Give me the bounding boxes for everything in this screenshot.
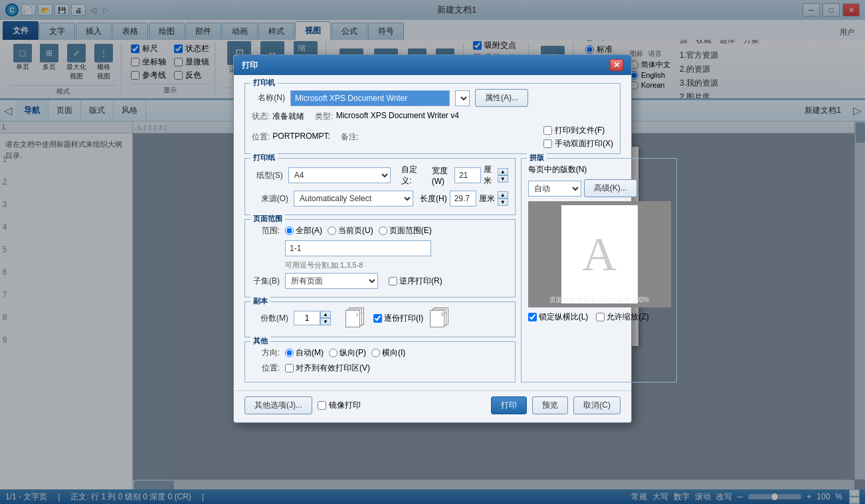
portrait-text: 纵向(P) <box>339 347 366 359</box>
copies-section: 副本 份数(M) ▲ ▼ <box>244 301 516 337</box>
paper-type-select[interactable]: A4 <box>288 167 391 183</box>
paper-source-label: 来源(O) <box>252 193 288 205</box>
copies-down[interactable]: ▼ <box>320 318 331 325</box>
auto-dir-radio[interactable] <box>285 349 294 357</box>
printer-location: 位置: PORTPROMPT: <box>252 131 330 143</box>
printer-location-value: PORTPROMPT: <box>272 131 330 143</box>
lock-ratio-label[interactable]: 锁定纵横比(L) <box>528 311 589 323</box>
height-down[interactable]: ▼ <box>498 199 508 206</box>
printer-note: 备注: <box>341 131 359 143</box>
printer-name-dropdown[interactable]: ▼ <box>455 90 470 106</box>
page-range-section: 页面范围 范围: 全部(A) 当前页(U) <box>244 219 516 297</box>
preview-btn[interactable]: 预览 <box>532 396 568 414</box>
print-to-file-label: 打印到文件(F) <box>555 125 605 136</box>
duplex-row[interactable]: 手动双面打印(X) <box>543 138 613 149</box>
align-area-label[interactable]: 对齐到有效打印区(V) <box>285 363 370 374</box>
print-to-file-checkbox[interactable] <box>543 126 552 135</box>
align-area-checkbox[interactable] <box>285 364 294 373</box>
print-dialog: 打印 ✕ 打印机 名称(N) ▼ 属性(A)... 状态: 准备就绪 <box>233 54 632 423</box>
copies-count-input[interactable] <box>294 311 320 325</box>
current-radio[interactable] <box>328 226 336 235</box>
width-input[interactable] <box>454 167 481 183</box>
auto-dir-label[interactable]: 自动(M) <box>285 347 324 359</box>
cancel-btn[interactable]: 取消(C) <box>573 396 621 414</box>
per-page-row: 每页中的版数(N) <box>528 164 670 175</box>
direction-row: 方向: 自动(M) 纵向(P) <box>252 347 508 359</box>
preview-letter: A <box>582 227 617 282</box>
width-spin: ▲ ▼ <box>498 168 508 183</box>
copies-row: 份数(M) ▲ ▼ <box>252 307 508 329</box>
printer-props-btn[interactable]: 属性(A)... <box>475 89 528 107</box>
landscape-radio[interactable] <box>371 349 380 357</box>
direction-label: 方向: <box>252 347 280 359</box>
printer-status: 状态: 准备就绪 <box>252 111 304 122</box>
print-btn[interactable]: 打印 <box>491 396 527 414</box>
allow-scale-text: 允许缩放(Z) <box>607 311 648 323</box>
other-options-btn[interactable]: 其他选项(J)... <box>244 396 312 414</box>
current-radio-label[interactable]: 当前页(U) <box>328 225 373 236</box>
footer-right: 打印 预览 取消(C) <box>491 396 621 414</box>
landscape-label[interactable]: 横向(I) <box>371 347 405 359</box>
range-row: 范围: 全部(A) 当前页(U) <box>252 225 508 236</box>
direction-radios: 自动(M) 纵向(P) 横向(I) <box>285 347 405 359</box>
custom-label: 自定义: <box>401 164 423 187</box>
allow-scale-label[interactable]: 允许缩放(Z) <box>596 311 648 323</box>
paper-type-label: 纸型(S) <box>252 170 283 181</box>
dialog-close-btn[interactable]: ✕ <box>610 59 623 71</box>
other-title: 其他 <box>250 336 270 346</box>
collate-label[interactable]: 逐份打印(I) <box>373 313 423 324</box>
printer-section: 打印机 名称(N) ▼ 属性(A)... 状态: 准备就绪 类型: Micros… <box>244 83 621 154</box>
merge-options-row: 锁定纵横比(L) 允许缩放(Z) <box>528 311 670 323</box>
lock-ratio-checkbox[interactable] <box>528 313 537 321</box>
reverse-checkbox[interactable] <box>389 277 397 286</box>
printer-type-label: 类型: <box>315 111 333 122</box>
height-spin: ▲ ▼ <box>498 191 508 206</box>
printer-status-value: 准备就绪 <box>272 111 304 122</box>
printer-status-label: 状态: <box>252 111 270 122</box>
pages-radio-label[interactable]: 页面范围(E) <box>379 225 432 236</box>
portrait-radio[interactable] <box>329 349 337 357</box>
allow-scale-checkbox[interactable] <box>596 313 605 321</box>
left-column: 打印纸 纸型(S) A4 自定义: 宽度(W) 厘米 <box>244 158 516 382</box>
all-radio-label[interactable]: 全部(A) <box>285 225 322 236</box>
collate-icon-2[interactable]: 1 2 3 <box>429 307 452 329</box>
printer-type-value: Microsoft XPS Document Writer v4 <box>336 111 459 122</box>
height-label: 长度(H) <box>420 193 447 205</box>
current-radio-text: 当前页(U) <box>338 225 373 236</box>
mirror-print-checkbox[interactable] <box>318 401 326 410</box>
mirror-print-label[interactable]: 镜像打印 <box>318 400 361 411</box>
dialog-footer: 其他选项(J)... 镜像打印 打印 预览 取消(C) <box>234 390 631 422</box>
height-up[interactable]: ▲ <box>498 191 508 199</box>
advanced-btn[interactable]: 高级(K)... <box>584 179 637 197</box>
all-radio[interactable] <box>285 226 294 235</box>
align-area-text: 对齐到有效打印区(V) <box>296 363 370 374</box>
printer-name-row: 名称(N) ▼ 属性(A)... <box>252 89 613 107</box>
collate-icon-1[interactable]: 3 2 1 <box>344 307 368 329</box>
subset-select[interactable]: 所有页面 <box>285 273 378 289</box>
width-up[interactable]: ▲ <box>498 168 508 175</box>
paper-section-title: 打印纸 <box>250 153 278 163</box>
portrait-label[interactable]: 纵向(P) <box>329 347 366 359</box>
lock-ratio-text: 锁定纵横比(L) <box>539 311 589 323</box>
per-page-select[interactable]: 自动 <box>528 181 581 197</box>
range-input[interactable] <box>285 240 431 256</box>
subset-label: 子集(B) <box>252 276 280 287</box>
range-label: 范围: <box>252 225 280 236</box>
copies-up[interactable]: ▲ <box>320 311 331 318</box>
main-columns: 打印纸 纸型(S) A4 自定义: 宽度(W) 厘米 <box>244 158 621 382</box>
width-down[interactable]: ▼ <box>498 175 508 183</box>
position-row: 位置: 对齐到有效打印区(V) <box>252 363 508 374</box>
per-page-input-row: 自动 高级(K)... <box>528 179 670 197</box>
right-column: 拼版 每页中的版数(N) 自动 高级(K)... <box>521 158 677 382</box>
dialog-titlebar: 打印 ✕ <box>234 55 631 75</box>
subset-row: 子集(B) 所有页面 逆序打印(R) <box>252 273 508 289</box>
height-input[interactable] <box>450 191 476 207</box>
pages-radio[interactable] <box>379 226 387 235</box>
reverse-label[interactable]: 逆序打印(R) <box>389 276 442 287</box>
printer-name-input[interactable] <box>290 90 450 106</box>
collate-checkbox[interactable] <box>373 314 382 323</box>
duplex-checkbox[interactable] <box>543 139 552 148</box>
print-to-file-row[interactable]: 打印到文件(F) <box>543 125 613 136</box>
paper-source-select[interactable]: Automatically Select <box>294 191 413 207</box>
dialog-overlay: 打印 ✕ 打印机 名称(N) ▼ 属性(A)... 状态: 准备就绪 <box>0 0 865 504</box>
